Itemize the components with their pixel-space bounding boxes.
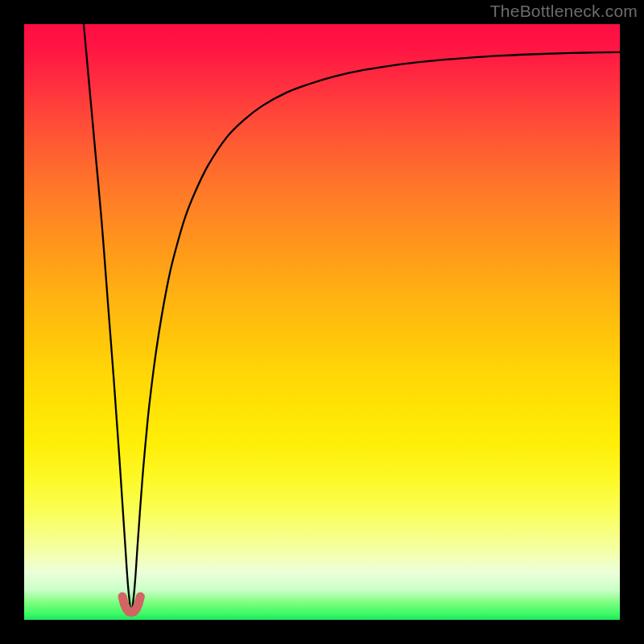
notch-marker — [122, 597, 140, 613]
plot-area — [24, 24, 620, 620]
curve-layer — [24, 24, 620, 620]
bottleneck-curve — [84, 24, 620, 612]
watermark-text: TheBottleneck.com — [490, 2, 638, 21]
chart-frame: TheBottleneck.com — [0, 0, 644, 644]
